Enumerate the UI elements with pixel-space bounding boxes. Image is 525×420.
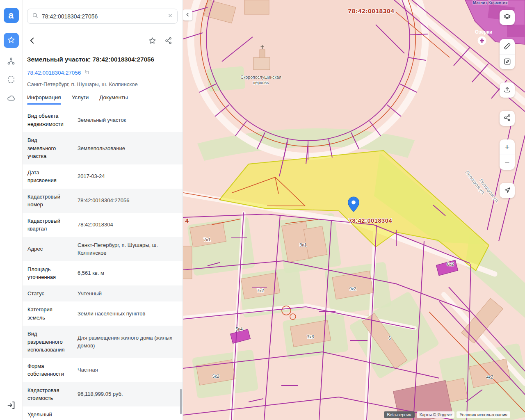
yandex-copyright-link[interactable]: Карты © Яндекс (417, 411, 455, 418)
layers-icon (503, 13, 511, 23)
page-title: Земельный участок: 78:42:0018304:27056 (27, 56, 177, 63)
share-icon (164, 37, 173, 46)
tab-bar: Информация Услуги Документы (27, 94, 178, 105)
zoom-controls: + − (500, 139, 515, 170)
field-label: Вид разрешенного использования (27, 330, 67, 354)
field-row: Форма собственностиЧастная (23, 358, 183, 382)
field-label: Кадастровый номер (27, 193, 67, 209)
favorites-button[interactable] (4, 33, 19, 48)
building-label: 7к3 (307, 334, 314, 339)
search-input[interactable] (42, 13, 164, 20)
field-label: Площадь уточненная (27, 265, 67, 281)
field-value: Частная (78, 366, 178, 374)
district-label: Озерки (475, 29, 493, 35)
building-label: 5к4 (235, 326, 242, 331)
collapse-panel-button[interactable] (183, 9, 192, 21)
church-label-line2: церковь (253, 80, 269, 85)
building-label: 6 (388, 336, 391, 340)
cadastral-number-link[interactable]: 78:42:0018304:27056 (27, 70, 81, 76)
field-row: Площадь уточненная6,561 кв. м (23, 261, 183, 285)
upload-icon (503, 85, 511, 95)
field-value: 96,118,999.05 руб. (78, 390, 178, 398)
store-label: Магнит Косметик (473, 0, 508, 5)
locate-control (500, 183, 515, 198)
field-value: Санкт-Петербург, п. Шушары, ш. Колпинско… (78, 241, 178, 257)
back-button[interactable] (28, 36, 37, 46)
map-area: 78:42:0018304 78:42:0018304 4 Скоропослу… (183, 0, 525, 420)
field-value: 2017-03-24 (78, 172, 178, 180)
field-row: Категория земельЗемли населенных пунктов (23, 301, 183, 326)
tab-documents[interactable]: Документы (99, 94, 128, 105)
clear-search-button[interactable] (167, 13, 173, 20)
measure-button[interactable] (500, 39, 515, 54)
layers-button[interactable] (500, 10, 515, 25)
tab-information[interactable]: Информация (27, 94, 61, 105)
app-root: a (0, 0, 525, 420)
edit-button[interactable] (500, 54, 515, 69)
field-value: Учтенный (78, 290, 178, 298)
object-panel: Земельный участок: 78:42:0018304:27056 7… (23, 0, 183, 420)
share-map-button[interactable] (500, 111, 515, 126)
select-area-button[interactable] (6, 75, 16, 85)
upload-button[interactable] (500, 82, 515, 98)
field-value: Земельный участок (78, 116, 178, 124)
object-header (28, 36, 173, 46)
field-label: Статус (27, 290, 67, 298)
zoom-out-button[interactable]: − (500, 155, 515, 170)
field-label: Кадастровый квартал (27, 217, 67, 233)
cadastral-quarter-label-left: 4 (185, 217, 189, 224)
field-label: Адрес (27, 245, 67, 253)
star-icon (148, 37, 157, 46)
field-row: Кадастровый квартал78:42:0018304 (23, 213, 183, 237)
map-attribution: Beta-версия Карты © Яндекс Условия испол… (384, 411, 510, 418)
field-value: 6,561 кв. м (78, 269, 178, 277)
cloud-button[interactable] (6, 94, 16, 103)
chevron-left-icon (185, 12, 190, 18)
pencil-icon (503, 57, 511, 67)
field-row: АдресСанкт-Петербург, п. Шушары, ш. Колп… (23, 237, 183, 261)
field-value: 78:42:0018304 (78, 221, 178, 229)
field-row: Вид земельного участкаЗемлепользование (23, 132, 183, 164)
church-label-line1: Скоропослушинская (240, 75, 281, 80)
search-bar (27, 9, 178, 24)
logout-icon (7, 405, 16, 411)
map-canvas[interactable]: 78:42:0018304 78:42:0018304 4 Скоропослу… (183, 0, 525, 420)
app-logo[interactable]: a (4, 8, 19, 23)
cloud-icon (7, 94, 16, 104)
copy-button[interactable] (84, 69, 90, 76)
field-label: Форма собственности (27, 362, 67, 378)
zoom-in-button[interactable]: + (500, 139, 515, 155)
field-row: Кадастровая стоимость96,118,999.05 руб. (23, 382, 183, 406)
structure-button[interactable] (6, 57, 16, 66)
share-object-button[interactable] (164, 37, 173, 46)
favorite-object-button[interactable] (148, 37, 157, 46)
field-value: Землепользование (78, 144, 178, 153)
panel-scrollbar[interactable] (180, 389, 182, 414)
layers-control (500, 10, 515, 25)
field-row: СтатусУчтенный (23, 285, 183, 302)
chevron-left-icon (28, 36, 37, 46)
field-value: Земли населенных пунктов (78, 310, 178, 318)
terms-of-use-link[interactable]: Условия использования (457, 411, 510, 418)
logout-button[interactable] (6, 400, 17, 411)
field-value: Для размещения жилого дома (жилых домов) (78, 334, 178, 350)
star-icon (7, 36, 16, 46)
building-label: 5к2 (212, 374, 219, 379)
plus-icon: + (504, 143, 509, 151)
building-label: 9к1 (299, 242, 306, 247)
share-control (500, 111, 515, 126)
minus-icon: − (504, 158, 509, 167)
field-row: Вид объекта недвижимостиЗемельный участо… (23, 108, 183, 132)
hierarchy-icon (7, 57, 16, 67)
beta-badge: Beta-версия (384, 411, 415, 418)
cadastral-quarter-label-top: 78:42:0018304 (348, 7, 395, 14)
tab-services[interactable]: Услуги (72, 94, 89, 105)
field-label: Кадастровая стоимость (27, 386, 67, 402)
field-label: Дата присвоения (27, 169, 67, 185)
locate-button[interactable] (500, 183, 515, 198)
field-label: Удельный показатель (27, 411, 67, 420)
share-icon (503, 114, 511, 123)
cadastral-link-row: 78:42:0018304:27056 (27, 69, 178, 76)
icon-rail: a (0, 0, 23, 420)
object-attributes-table: Вид объекта недвижимостиЗемельный участо… (23, 108, 183, 420)
